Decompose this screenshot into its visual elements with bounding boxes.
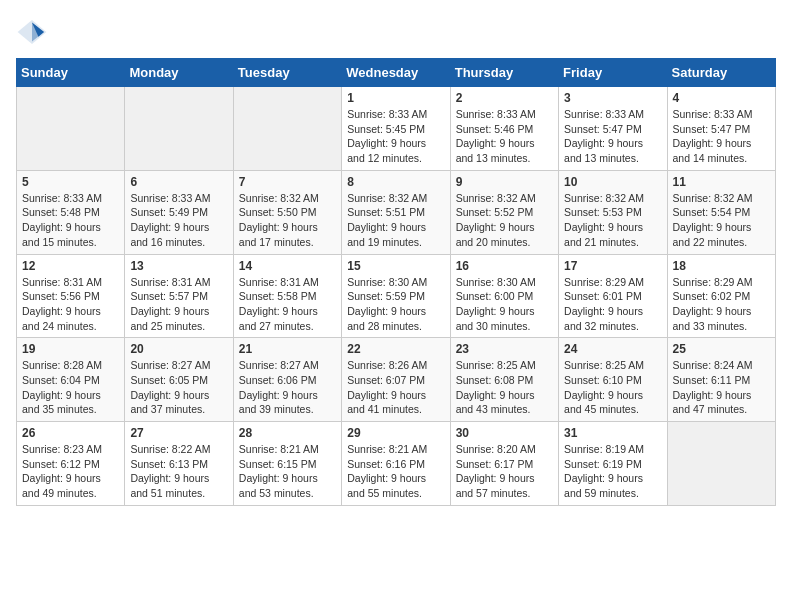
weekday-header-tuesday: Tuesday — [233, 59, 341, 87]
day-number: 4 — [673, 91, 770, 105]
day-info: Sunrise: 8:32 AMSunset: 5:50 PMDaylight:… — [239, 191, 336, 250]
day-info: Sunrise: 8:32 AMSunset: 5:53 PMDaylight:… — [564, 191, 661, 250]
calendar-cell: 8 Sunrise: 8:32 AMSunset: 5:51 PMDayligh… — [342, 170, 450, 254]
calendar-cell: 7 Sunrise: 8:32 AMSunset: 5:50 PMDayligh… — [233, 170, 341, 254]
day-info: Sunrise: 8:33 AMSunset: 5:47 PMDaylight:… — [564, 107, 661, 166]
calendar-cell: 31 Sunrise: 8:19 AMSunset: 6:19 PMDaylig… — [559, 422, 667, 506]
calendar-cell: 30 Sunrise: 8:20 AMSunset: 6:17 PMDaylig… — [450, 422, 558, 506]
day-number: 26 — [22, 426, 119, 440]
day-info: Sunrise: 8:33 AMSunset: 5:45 PMDaylight:… — [347, 107, 444, 166]
day-number: 19 — [22, 342, 119, 356]
calendar-cell: 13 Sunrise: 8:31 AMSunset: 5:57 PMDaylig… — [125, 254, 233, 338]
day-number: 1 — [347, 91, 444, 105]
day-info: Sunrise: 8:30 AMSunset: 6:00 PMDaylight:… — [456, 275, 553, 334]
weekday-header-sunday: Sunday — [17, 59, 125, 87]
weekday-header-monday: Monday — [125, 59, 233, 87]
day-info: Sunrise: 8:27 AMSunset: 6:06 PMDaylight:… — [239, 358, 336, 417]
week-row-4: 19 Sunrise: 8:28 AMSunset: 6:04 PMDaylig… — [17, 338, 776, 422]
week-row-2: 5 Sunrise: 8:33 AMSunset: 5:48 PMDayligh… — [17, 170, 776, 254]
weekday-header-row: SundayMondayTuesdayWednesdayThursdayFrid… — [17, 59, 776, 87]
calendar-cell: 18 Sunrise: 8:29 AMSunset: 6:02 PMDaylig… — [667, 254, 775, 338]
day-info: Sunrise: 8:24 AMSunset: 6:11 PMDaylight:… — [673, 358, 770, 417]
calendar-cell: 1 Sunrise: 8:33 AMSunset: 5:45 PMDayligh… — [342, 87, 450, 171]
day-info: Sunrise: 8:31 AMSunset: 5:56 PMDaylight:… — [22, 275, 119, 334]
calendar-cell: 17 Sunrise: 8:29 AMSunset: 6:01 PMDaylig… — [559, 254, 667, 338]
day-number: 6 — [130, 175, 227, 189]
calendar-cell: 4 Sunrise: 8:33 AMSunset: 5:47 PMDayligh… — [667, 87, 775, 171]
calendar-cell: 29 Sunrise: 8:21 AMSunset: 6:16 PMDaylig… — [342, 422, 450, 506]
day-info: Sunrise: 8:29 AMSunset: 6:01 PMDaylight:… — [564, 275, 661, 334]
day-info: Sunrise: 8:33 AMSunset: 5:49 PMDaylight:… — [130, 191, 227, 250]
page-header — [16, 16, 776, 48]
calendar-cell: 14 Sunrise: 8:31 AMSunset: 5:58 PMDaylig… — [233, 254, 341, 338]
calendar-table: SundayMondayTuesdayWednesdayThursdayFrid… — [16, 58, 776, 506]
day-info: Sunrise: 8:22 AMSunset: 6:13 PMDaylight:… — [130, 442, 227, 501]
calendar-cell: 6 Sunrise: 8:33 AMSunset: 5:49 PMDayligh… — [125, 170, 233, 254]
weekday-header-friday: Friday — [559, 59, 667, 87]
calendar-cell: 25 Sunrise: 8:24 AMSunset: 6:11 PMDaylig… — [667, 338, 775, 422]
calendar-cell: 23 Sunrise: 8:25 AMSunset: 6:08 PMDaylig… — [450, 338, 558, 422]
calendar-cell: 26 Sunrise: 8:23 AMSunset: 6:12 PMDaylig… — [17, 422, 125, 506]
day-info: Sunrise: 8:28 AMSunset: 6:04 PMDaylight:… — [22, 358, 119, 417]
calendar-cell: 27 Sunrise: 8:22 AMSunset: 6:13 PMDaylig… — [125, 422, 233, 506]
day-number: 7 — [239, 175, 336, 189]
calendar-cell: 20 Sunrise: 8:27 AMSunset: 6:05 PMDaylig… — [125, 338, 233, 422]
day-info: Sunrise: 8:26 AMSunset: 6:07 PMDaylight:… — [347, 358, 444, 417]
weekday-header-wednesday: Wednesday — [342, 59, 450, 87]
week-row-1: 1 Sunrise: 8:33 AMSunset: 5:45 PMDayligh… — [17, 87, 776, 171]
day-number: 14 — [239, 259, 336, 273]
day-number: 10 — [564, 175, 661, 189]
day-info: Sunrise: 8:31 AMSunset: 5:57 PMDaylight:… — [130, 275, 227, 334]
calendar-cell: 15 Sunrise: 8:30 AMSunset: 5:59 PMDaylig… — [342, 254, 450, 338]
day-info: Sunrise: 8:21 AMSunset: 6:16 PMDaylight:… — [347, 442, 444, 501]
day-info: Sunrise: 8:29 AMSunset: 6:02 PMDaylight:… — [673, 275, 770, 334]
day-info: Sunrise: 8:25 AMSunset: 6:08 PMDaylight:… — [456, 358, 553, 417]
day-info: Sunrise: 8:32 AMSunset: 5:52 PMDaylight:… — [456, 191, 553, 250]
weekday-header-thursday: Thursday — [450, 59, 558, 87]
day-number: 8 — [347, 175, 444, 189]
day-number: 27 — [130, 426, 227, 440]
calendar-cell: 5 Sunrise: 8:33 AMSunset: 5:48 PMDayligh… — [17, 170, 125, 254]
day-number: 17 — [564, 259, 661, 273]
day-number: 29 — [347, 426, 444, 440]
day-number: 15 — [347, 259, 444, 273]
day-info: Sunrise: 8:23 AMSunset: 6:12 PMDaylight:… — [22, 442, 119, 501]
calendar-cell: 19 Sunrise: 8:28 AMSunset: 6:04 PMDaylig… — [17, 338, 125, 422]
day-number: 16 — [456, 259, 553, 273]
day-info: Sunrise: 8:32 AMSunset: 5:51 PMDaylight:… — [347, 191, 444, 250]
day-number: 24 — [564, 342, 661, 356]
calendar-cell: 24 Sunrise: 8:25 AMSunset: 6:10 PMDaylig… — [559, 338, 667, 422]
day-number: 5 — [22, 175, 119, 189]
calendar-cell — [233, 87, 341, 171]
day-number: 31 — [564, 426, 661, 440]
day-number: 23 — [456, 342, 553, 356]
logo — [16, 16, 52, 48]
day-number: 20 — [130, 342, 227, 356]
day-number: 13 — [130, 259, 227, 273]
calendar-cell — [125, 87, 233, 171]
day-number: 12 — [22, 259, 119, 273]
day-info: Sunrise: 8:30 AMSunset: 5:59 PMDaylight:… — [347, 275, 444, 334]
day-number: 9 — [456, 175, 553, 189]
day-info: Sunrise: 8:32 AMSunset: 5:54 PMDaylight:… — [673, 191, 770, 250]
calendar-cell: 22 Sunrise: 8:26 AMSunset: 6:07 PMDaylig… — [342, 338, 450, 422]
day-info: Sunrise: 8:33 AMSunset: 5:48 PMDaylight:… — [22, 191, 119, 250]
calendar-cell: 11 Sunrise: 8:32 AMSunset: 5:54 PMDaylig… — [667, 170, 775, 254]
calendar-cell: 28 Sunrise: 8:21 AMSunset: 6:15 PMDaylig… — [233, 422, 341, 506]
day-info: Sunrise: 8:25 AMSunset: 6:10 PMDaylight:… — [564, 358, 661, 417]
day-info: Sunrise: 8:33 AMSunset: 5:46 PMDaylight:… — [456, 107, 553, 166]
calendar-cell: 2 Sunrise: 8:33 AMSunset: 5:46 PMDayligh… — [450, 87, 558, 171]
day-info: Sunrise: 8:21 AMSunset: 6:15 PMDaylight:… — [239, 442, 336, 501]
week-row-5: 26 Sunrise: 8:23 AMSunset: 6:12 PMDaylig… — [17, 422, 776, 506]
day-number: 30 — [456, 426, 553, 440]
calendar-cell — [17, 87, 125, 171]
calendar-cell: 10 Sunrise: 8:32 AMSunset: 5:53 PMDaylig… — [559, 170, 667, 254]
day-number: 22 — [347, 342, 444, 356]
day-info: Sunrise: 8:31 AMSunset: 5:58 PMDaylight:… — [239, 275, 336, 334]
day-number: 28 — [239, 426, 336, 440]
day-number: 2 — [456, 91, 553, 105]
calendar-cell: 3 Sunrise: 8:33 AMSunset: 5:47 PMDayligh… — [559, 87, 667, 171]
weekday-header-saturday: Saturday — [667, 59, 775, 87]
calendar-cell: 21 Sunrise: 8:27 AMSunset: 6:06 PMDaylig… — [233, 338, 341, 422]
day-number: 11 — [673, 175, 770, 189]
